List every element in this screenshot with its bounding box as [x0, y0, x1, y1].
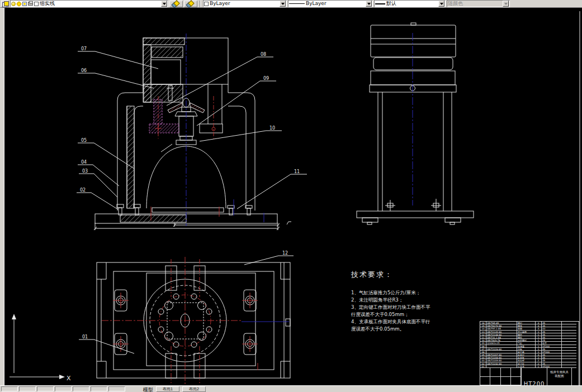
status-toggle-button[interactable]	[37, 386, 54, 391]
callout-11: 11	[294, 169, 300, 174]
callout-09: 09	[263, 76, 269, 81]
drawing-name-line1: 铣床专用夹具	[547, 370, 571, 374]
callout-leaders	[77, 51, 307, 353]
layers-icon	[2, 1, 8, 6]
layout1-tab[interactable]: 布局1	[156, 386, 179, 392]
drawing-name-cell: 铣床专用夹具 装配图 1:2	[547, 368, 572, 385]
layer-previous-icon	[186, 1, 195, 7]
tech-req-title: 技术要求：	[351, 270, 491, 280]
status-toggle-button[interactable]	[1, 386, 18, 391]
linetype-combo[interactable]: ByLayer	[288, 0, 373, 7]
cad-application-window: 细实线 ByLayer ByLayer 默认 随颜色	[0, 0, 582, 392]
ucs-x-label: X	[67, 375, 71, 382]
base-bolts	[117, 204, 252, 215]
toolbar-separator	[200, 1, 201, 7]
chevron-down-icon	[440, 3, 443, 7]
callout-04: 04	[81, 160, 87, 165]
signature-grid: 设计制图校核审核批准	[480, 368, 522, 385]
callout-08: 08	[261, 52, 266, 57]
color-combo[interactable]: ByLayer	[203, 0, 287, 7]
layer-combo-dropdown[interactable]	[161, 1, 167, 7]
callout-06: 06	[81, 68, 87, 73]
layer-manager-button[interactable]	[1, 1, 9, 7]
front-section-view[interactable]	[94, 38, 291, 230]
status-bar: 模型 布局1 布局2	[0, 385, 582, 392]
tech-req-line: 3、定向键工作面对对刀块工作面不平	[351, 304, 491, 311]
status-toggle-button[interactable]	[91, 386, 107, 391]
chevron-down-icon	[504, 3, 508, 7]
side-view[interactable]	[357, 23, 474, 224]
status-toggle-button[interactable]	[73, 386, 89, 391]
layer-on-bulb-icon[interactable]	[11, 2, 16, 6]
plotstyle-combo: 随颜色	[447, 0, 510, 7]
material-cell: HT200	[522, 368, 547, 385]
linetype-sample-icon	[289, 3, 305, 4]
make-object-layer-current-button[interactable]	[169, 1, 183, 7]
callout-10: 10	[269, 126, 275, 131]
layer-thaw-sun-icon[interactable]	[17, 2, 21, 6]
layer-diamonds-icon	[172, 1, 181, 7]
status-toggle-button[interactable]	[19, 386, 36, 391]
lineweight-sample-icon	[375, 3, 385, 4]
tech-req-line: 1、气缸活塞推力5公斤力/厘米；	[351, 289, 491, 297]
ucs-icon: X	[10, 314, 71, 382]
layout2-tab[interactable]: 布局2	[182, 386, 206, 392]
technical-requirements: 技术要求： 1、气缸活塞推力5公斤力/厘米； 2、未注明圆角半径R3； 3、定向…	[351, 270, 491, 333]
callout-03: 03	[82, 169, 88, 174]
layer-plot-icon[interactable]	[28, 2, 33, 6]
title-block: 16 GB/T65-85 螺钉 4 45 15 GB/T6170-86 螺母 4…	[480, 321, 579, 385]
chevron-down-icon	[367, 3, 371, 7]
current-linetype-value: ByLayer	[306, 1, 365, 7]
tech-req-line: 行度误差不大于0.05mm；	[351, 311, 491, 318]
layer-previous-button[interactable]	[184, 1, 197, 7]
model-tab[interactable]: 模型	[143, 386, 153, 392]
color-combo-dropdown[interactable]	[280, 1, 286, 7]
callout-07: 07	[81, 46, 87, 51]
tech-req-line: 度误差不大于0.05mm。	[351, 326, 491, 333]
callout-12: 12	[282, 251, 288, 256]
dimension-lines	[94, 222, 291, 230]
callout-05: 05	[81, 138, 87, 143]
lineweight-combo[interactable]: 默认	[374, 0, 446, 7]
chevron-down-icon	[281, 3, 285, 7]
layer-freeze-viewport-icon[interactable]	[22, 2, 27, 6]
color-swatch	[204, 2, 209, 6]
bom-table: 16 GB/T65-85 螺钉 4 45 15 GB/T6170-86 螺母 4…	[480, 322, 579, 368]
layer-combo[interactable]: 细实线	[10, 0, 168, 7]
lineweight-combo-dropdown[interactable]	[438, 1, 444, 7]
current-plotstyle-value: 随颜色	[448, 1, 501, 7]
plan-view-centerlines	[102, 257, 289, 384]
status-toggle-button[interactable]	[55, 386, 72, 391]
status-toggle-button[interactable]	[108, 386, 125, 391]
current-color-value: ByLayer	[210, 1, 278, 7]
tech-req-line: 2、未注明圆角半径R3；	[351, 297, 491, 304]
drawing-canvas[interactable]: 07 06 05 04 03 02 08 09 10 11 12 01	[4, 8, 582, 385]
layer-color-swatch[interactable]	[34, 2, 39, 6]
drawing-name-line2: 装配图	[547, 374, 571, 378]
plotstyle-combo-dropdown	[503, 1, 509, 7]
callout-01: 01	[82, 334, 88, 340]
callout-02: 02	[80, 188, 86, 193]
chevron-down-icon	[163, 3, 166, 7]
current-layer-name: 细实线	[40, 1, 160, 7]
docked-toolbar-edge	[0, 8, 4, 385]
object-properties-toolbar: 细实线 ByLayer ByLayer 默认 随颜色	[0, 0, 582, 8]
tech-req-line: 4、支承板工作面对夹具体底面不平行	[351, 318, 491, 326]
current-lineweight-value: 默认	[386, 1, 437, 7]
linetype-combo-dropdown[interactable]	[366, 1, 372, 7]
